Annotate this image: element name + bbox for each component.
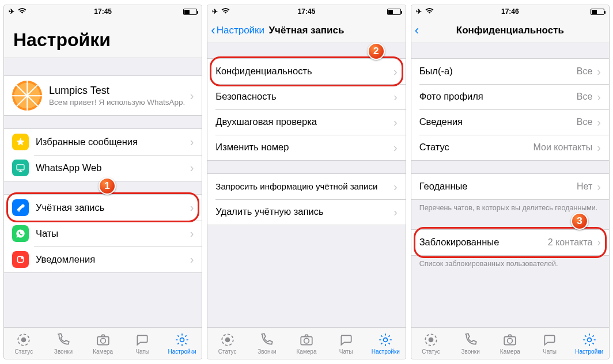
- cell-label: Фото профиля: [419, 91, 573, 103]
- svg-point-9: [225, 337, 230, 342]
- cell-value: 2 контакта: [548, 237, 593, 248]
- chevron-left-icon: ‹: [415, 24, 419, 37]
- blocked-cell[interactable]: Заблокированные 2 контакта ›: [411, 230, 609, 255]
- battery-icon: [591, 9, 604, 15]
- group-visibility: Был(-а) Все › Фото профиля Все › Сведени…: [411, 58, 609, 161]
- live-location-cell[interactable]: Геоданные Нет ›: [411, 174, 609, 199]
- group-account-secondary: Запросить информацию учётной записи › Уд…: [207, 173, 405, 225]
- tab-label: Статус: [15, 348, 33, 355]
- cell-label: Чаты: [36, 228, 186, 240]
- change-number-cell[interactable]: Изменить номер ›: [207, 135, 405, 160]
- profile-cell[interactable]: Lumpics Test Всем привет! Я использую Wh…: [4, 76, 202, 115]
- tab-calls[interactable]: Звонки: [247, 328, 287, 359]
- cell-label: Статус: [419, 142, 530, 153]
- profile-status: Всем привет! Я использую WhatsApp.: [49, 98, 186, 107]
- chevron-left-icon: ‹: [211, 24, 215, 37]
- tab-label: Звонки: [54, 348, 73, 355]
- cell-label: Избранные сообщения: [36, 136, 186, 148]
- status-privacy-cell[interactable]: Статус Мои контакты ›: [411, 135, 609, 160]
- svg-rect-0: [17, 165, 24, 170]
- cell-label: Удалить учётную запись: [215, 206, 389, 218]
- chevron-right-icon: ›: [190, 253, 194, 266]
- tab-camera[interactable]: Камера: [287, 328, 327, 359]
- tab-status[interactable]: Статус: [207, 328, 247, 359]
- starred-messages-cell[interactable]: Избранные сообщения ›: [4, 129, 202, 155]
- tab-label: Чаты: [135, 348, 149, 355]
- tab-status[interactable]: Статус: [411, 328, 451, 359]
- avatar: [12, 81, 42, 111]
- account-cell[interactable]: Учётная запись ›: [4, 195, 202, 221]
- tab-label: Настройки: [575, 348, 603, 355]
- tab-camera[interactable]: Камера: [490, 328, 530, 359]
- step-badge: 2: [368, 43, 385, 60]
- chats-icon: [135, 332, 150, 347]
- chats-icon: [339, 332, 354, 347]
- cell-label: Конфиденциальность: [215, 66, 389, 77]
- whatsapp-web-cell[interactable]: WhatsApp Web ›: [4, 155, 202, 181]
- security-cell[interactable]: Безопасность ›: [207, 84, 405, 109]
- chevron-right-icon: ›: [393, 90, 398, 104]
- tab-settings[interactable]: Настройки: [569, 328, 609, 359]
- phone-icon: [56, 332, 71, 347]
- tab-chats[interactable]: Чаты: [123, 328, 162, 359]
- clock: 17:46: [411, 7, 609, 16]
- profile-photo-cell[interactable]: Фото профиля Все ›: [411, 84, 609, 109]
- key-icon: [12, 199, 29, 216]
- tab-chats[interactable]: Чаты: [530, 328, 570, 359]
- tab-calls[interactable]: Звонки: [44, 328, 84, 359]
- phone-account: ✈︎ 17:45 ‹ Настройки Учётная запись Конф…: [207, 5, 406, 359]
- tab-chats[interactable]: Чаты: [326, 328, 366, 359]
- notifications-icon: [12, 251, 29, 268]
- status-bar: ✈︎ 17:45: [4, 5, 202, 18]
- step-badge: 3: [571, 213, 588, 230]
- tab-bar: Статус Звонки Камера Чаты Настройки: [411, 327, 609, 359]
- phone-privacy: ✈︎ 17:46 ‹ Конфиденциальность Был(-а) Вс…: [411, 5, 610, 359]
- cell-label: Запросить информацию учётной записи: [215, 181, 389, 192]
- profile-group: Lumpics Test Всем привет! Я использую Wh…: [4, 75, 202, 116]
- group-account-etc: Учётная запись › Чаты › Уведомления ›: [4, 194, 202, 273]
- tab-label: Настройки: [372, 348, 400, 355]
- group-account-main: Конфиденциальность › Безопасность › Двух…: [207, 58, 405, 161]
- page-title: Конфиденциальность: [456, 25, 564, 36]
- tab-label: Статус: [218, 348, 237, 355]
- svg-point-7: [180, 338, 184, 342]
- gear-icon: [582, 332, 597, 347]
- request-info-cell[interactable]: Запросить информацию учётной записи ›: [207, 174, 405, 199]
- tab-camera[interactable]: Камера: [83, 328, 123, 359]
- tab-settings[interactable]: Настройки: [162, 328, 202, 359]
- group-live-location: Геоданные Нет ›: [411, 173, 609, 200]
- chevron-right-icon: ›: [393, 65, 398, 78]
- last-seen-cell[interactable]: Был(-а) Все ›: [411, 59, 609, 84]
- svg-point-17: [587, 338, 591, 342]
- two-step-cell[interactable]: Двухшаговая проверка ›: [207, 109, 405, 135]
- page-title: Учётная запись: [269, 25, 345, 36]
- status-bar: ✈︎ 17:45: [207, 5, 405, 18]
- chats-cell[interactable]: Чаты ›: [4, 221, 202, 247]
- chevron-right-icon: ›: [190, 201, 194, 214]
- tab-settings[interactable]: Настройки: [366, 328, 406, 359]
- phone-icon: [463, 332, 478, 347]
- svg-point-4: [21, 337, 27, 342]
- about-cell[interactable]: Сведения Все ›: [411, 109, 609, 135]
- tab-label: Чаты: [339, 348, 353, 355]
- step-badge: 1: [99, 177, 116, 195]
- tab-bar: Статус Звонки Камера Чаты Настройки: [207, 327, 405, 359]
- status-bar: ✈︎ 17:46: [411, 5, 609, 18]
- phone-settings-root: ✈︎ 17:45 Настройки: [3, 5, 202, 359]
- chevron-right-icon: ›: [393, 206, 398, 219]
- svg-point-12: [384, 338, 388, 342]
- gear-icon: [175, 332, 190, 347]
- tab-label: Звонки: [258, 348, 276, 355]
- privacy-cell[interactable]: Конфиденциальность ›: [207, 59, 405, 84]
- tab-label: Камера: [297, 348, 317, 355]
- cell-label: Учётная запись: [36, 202, 186, 214]
- back-button[interactable]: ‹ Настройки: [211, 18, 264, 43]
- notifications-cell[interactable]: Уведомления ›: [4, 247, 202, 272]
- chevron-right-icon: ›: [190, 135, 194, 149]
- back-button[interactable]: ‹: [415, 18, 420, 43]
- tab-calls[interactable]: Звонки: [451, 328, 490, 359]
- tab-status[interactable]: Статус: [4, 328, 44, 359]
- profile-name: Lumpics Test: [49, 85, 186, 97]
- cell-value: Все: [577, 117, 593, 127]
- delete-account-cell[interactable]: Удалить учётную запись ›: [207, 199, 405, 225]
